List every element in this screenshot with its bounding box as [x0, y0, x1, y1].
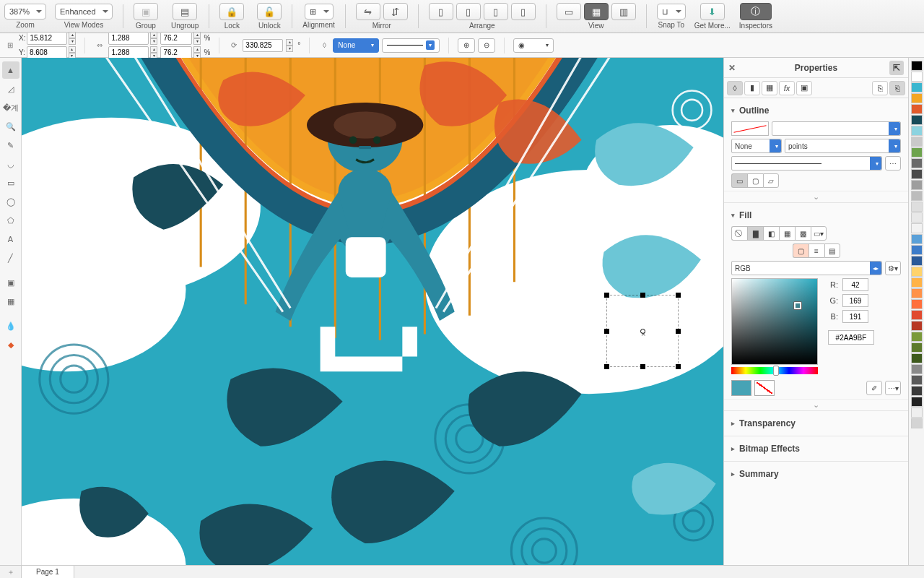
- swatch[interactable]: [911, 72, 923, 82]
- fill-solid-button[interactable]: ▇: [747, 226, 763, 241]
- curve-tool[interactable]: ◡: [2, 155, 19, 173]
- join-round-button[interactable]: ▢: [747, 173, 763, 188]
- close-panel-button[interactable]: ✕: [728, 63, 736, 73]
- chevron-down-icon[interactable]: ▾: [731, 212, 735, 219]
- layers-tool[interactable]: ▣: [2, 274, 19, 291]
- swatch[interactable]: [911, 267, 923, 277]
- viewmodes-selector[interactable]: Enhanced: [55, 4, 113, 20]
- lock-button[interactable]: 🔒: [219, 3, 244, 20]
- current-fill-swatch[interactable]: [731, 380, 751, 396]
- eyedropper-tool[interactable]: 💧: [2, 317, 19, 335]
- swatch[interactable]: [911, 353, 923, 363]
- scale-y-input[interactable]: [160, 46, 192, 59]
- join-miter-button[interactable]: ▭: [731, 173, 747, 188]
- swatch[interactable]: [911, 93, 923, 103]
- tab-paste[interactable]: ⎗: [889, 81, 905, 95]
- swatch[interactable]: [911, 332, 923, 342]
- text-tool[interactable]: A: [2, 230, 19, 248]
- swatch[interactable]: [911, 212, 923, 223]
- fill-hatch-button[interactable]: ▩: [795, 226, 811, 241]
- dimension-link-icon[interactable]: ⇔: [94, 40, 105, 51]
- g-input[interactable]: [842, 294, 868, 307]
- outline-color-swatch[interactable]: [731, 121, 769, 136]
- selection-box[interactable]: ×: [606, 295, 679, 367]
- fill-gradient-button[interactable]: ◧: [763, 226, 779, 241]
- zoom-selector[interactable]: 387%: [4, 4, 46, 20]
- crop-tool[interactable]: �계: [2, 99, 19, 116]
- swatch[interactable]: [911, 256, 923, 266]
- fill-image-button[interactable]: ▭▾: [811, 226, 827, 241]
- swatch[interactable]: [911, 288, 923, 298]
- swatch[interactable]: [911, 277, 923, 288]
- color-settings-button[interactable]: ⚙▾: [885, 261, 901, 275]
- hex-input[interactable]: [828, 330, 874, 345]
- stroke-style-dropdown[interactable]: None▾: [333, 38, 379, 53]
- tab-info[interactable]: ▣: [796, 81, 812, 95]
- chevron-down-icon[interactable]: ▾: [731, 107, 735, 114]
- swatch[interactable]: [911, 407, 923, 418]
- direct-select-tool[interactable]: ◿: [2, 80, 19, 98]
- chevron-right-icon[interactable]: ▸: [731, 420, 735, 427]
- outline-expand[interactable]: ⌄: [724, 191, 908, 202]
- swatch[interactable]: [911, 115, 923, 125]
- page-tab-1[interactable]: Page 1: [22, 566, 74, 578]
- swatch[interactable]: [911, 299, 923, 309]
- swatch[interactable]: [911, 169, 923, 179]
- fill-more-button[interactable]: ⋯▾: [885, 381, 901, 395]
- swatch[interactable]: [911, 61, 923, 71]
- scale-x-input[interactable]: [160, 32, 192, 45]
- tab-fx[interactable]: fx: [779, 81, 795, 95]
- pen-tool[interactable]: ✎: [2, 137, 19, 154]
- r-input[interactable]: [842, 278, 868, 291]
- mirror-v-button[interactable]: ⇵: [383, 3, 408, 20]
- tab-transparency[interactable]: ▦: [762, 81, 777, 95]
- swatch[interactable]: [911, 202, 923, 212]
- swatch[interactable]: [911, 234, 923, 244]
- swatch[interactable]: [911, 147, 923, 158]
- fill-pattern-button[interactable]: ▦: [779, 226, 795, 241]
- swatch[interactable]: [911, 126, 923, 136]
- height-input[interactable]: [108, 46, 149, 59]
- tab-fill-stroke[interactable]: ◊: [727, 81, 743, 95]
- outline-color-dropdown[interactable]: ▾: [772, 121, 901, 136]
- color-swatches-mode[interactable]: ▤: [824, 243, 840, 258]
- swatch[interactable]: [911, 137, 923, 147]
- swatch[interactable]: [911, 418, 923, 428]
- colorspace-dropdown[interactable]: RGB◂▸: [731, 261, 882, 275]
- width-input[interactable]: [108, 32, 149, 45]
- swatch[interactable]: [911, 397, 923, 407]
- b-input[interactable]: [842, 310, 868, 323]
- swatch[interactable]: [911, 158, 923, 168]
- swatch[interactable]: [911, 310, 923, 320]
- fill-tool[interactable]: ◆: [2, 336, 19, 353]
- rotate-input[interactable]: [243, 39, 283, 52]
- getmore-button[interactable]: ⬇: [700, 3, 725, 20]
- tab-copy[interactable]: ⎘: [872, 81, 888, 95]
- arrange-forward-button[interactable]: ▯: [484, 3, 508, 20]
- color-picker-mode[interactable]: ▢: [793, 243, 808, 258]
- ellipse-tool[interactable]: ◯: [2, 193, 19, 210]
- alignment-dropdown[interactable]: ⊞: [305, 4, 334, 20]
- canvas[interactable]: ×: [22, 58, 723, 565]
- unlock-button[interactable]: 🔓: [257, 3, 282, 20]
- add-page-button[interactable]: ＋: [0, 566, 22, 578]
- arrange-back-button[interactable]: ▯: [429, 3, 453, 20]
- swatch[interactable]: [911, 364, 923, 374]
- rect-tool[interactable]: ▭: [2, 174, 19, 191]
- outline-dash-dropdown[interactable]: ▾: [731, 156, 882, 171]
- swatch[interactable]: [911, 223, 923, 233]
- swatch[interactable]: [911, 375, 923, 385]
- zoom-tool[interactable]: 🔍: [2, 118, 19, 135]
- y-input[interactable]: [27, 46, 67, 59]
- join-bevel-button[interactable]: ▱: [763, 173, 779, 188]
- no-fill-swatch[interactable]: [754, 380, 775, 396]
- arrange-backward-button[interactable]: ▯: [456, 3, 481, 20]
- pattern-tool[interactable]: ▦: [2, 293, 19, 310]
- swatch[interactable]: [911, 321, 923, 331]
- select-tool[interactable]: ▲: [2, 61, 19, 79]
- chevron-right-icon[interactable]: ▸: [731, 470, 735, 478]
- view-outline-button[interactable]: ▭: [557, 3, 581, 20]
- inspectors-button[interactable]: ⓘ: [740, 3, 772, 20]
- hue-slider[interactable]: [731, 367, 818, 374]
- view-grid-button[interactable]: ▦: [584, 3, 609, 20]
